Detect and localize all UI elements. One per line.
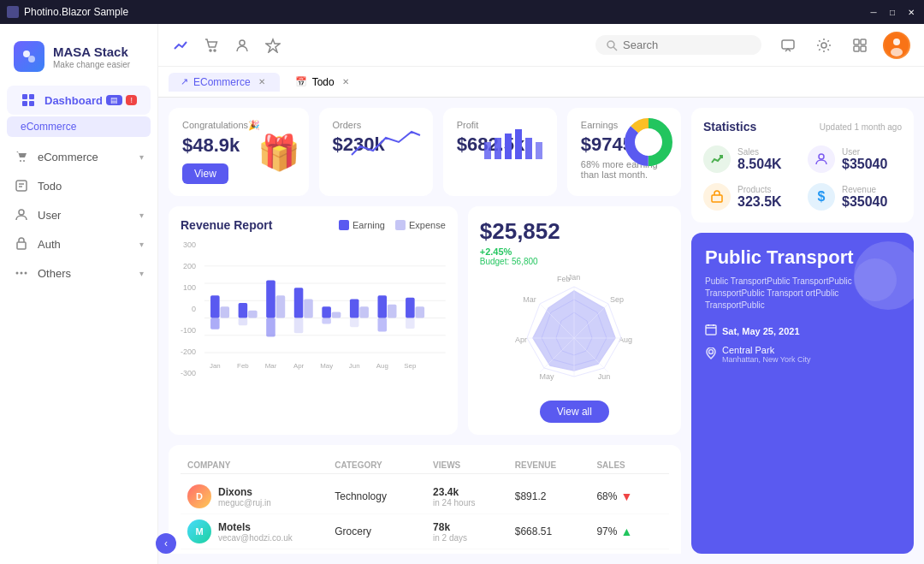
app-icon bbox=[7, 6, 19, 18]
stat-congrats-label: Congratulations🎉 bbox=[182, 120, 295, 131]
svg-rect-70 bbox=[406, 318, 415, 329]
svg-rect-67 bbox=[322, 318, 331, 324]
event-date-text: Sat, May 25, 2021 bbox=[722, 326, 800, 336]
col-revenue: Revenue bbox=[515, 460, 597, 470]
toolbar-user-icon[interactable] bbox=[234, 37, 251, 54]
svg-text:Jun: Jun bbox=[598, 372, 611, 381]
sidebar-auth-label: Auth bbox=[38, 238, 139, 251]
svg-point-16 bbox=[210, 50, 211, 51]
svg-rect-35 bbox=[525, 138, 532, 159]
ecommerce-arrow: ▾ bbox=[139, 152, 144, 162]
statistics-updated: Updated 1 month ago bbox=[820, 122, 902, 132]
sidebar-todo-label: Todo bbox=[38, 180, 144, 193]
svg-rect-33 bbox=[505, 134, 512, 159]
close-button[interactable]: ✕ bbox=[905, 6, 917, 18]
brand-tagline: Make change easier bbox=[53, 60, 130, 69]
svg-rect-24 bbox=[854, 39, 859, 45]
tabs-bar: ↗ ECommerce ✕ 📅 Todo ✕ bbox=[158, 67, 924, 98]
svg-rect-51 bbox=[266, 281, 275, 318]
svg-text:Sep: Sep bbox=[610, 295, 624, 304]
transport-description: Public TransportPublic TransportPublic T… bbox=[705, 276, 900, 312]
sidebar-item-auth[interactable]: Auth ▾ bbox=[0, 229, 157, 258]
legend-expense-label: Expense bbox=[409, 220, 446, 230]
svg-rect-49 bbox=[239, 303, 248, 318]
tab-todo-label: Todo bbox=[312, 76, 335, 88]
legend-earning-dot bbox=[339, 220, 349, 230]
svg-text:Feb: Feb bbox=[557, 275, 571, 283]
search-input[interactable] bbox=[623, 39, 751, 51]
tab-ecommerce[interactable]: ↗ ECommerce ✕ bbox=[169, 73, 280, 92]
svg-point-14 bbox=[21, 272, 23, 275]
svg-rect-48 bbox=[221, 306, 230, 318]
svg-point-30 bbox=[891, 48, 903, 56]
svg-text:Jun: Jun bbox=[349, 362, 360, 370]
toolbar-cart-icon[interactable] bbox=[203, 37, 220, 54]
chat-button[interactable] bbox=[775, 33, 801, 58]
tab-ecommerce-close[interactable]: ✕ bbox=[256, 76, 268, 88]
sidebar: MASA Stack Make change easier Dashboard … bbox=[0, 24, 158, 564]
sidebar-item-user[interactable]: User ▾ bbox=[0, 200, 157, 229]
svg-rect-62 bbox=[416, 306, 425, 318]
svg-rect-27 bbox=[861, 46, 866, 51]
dashboard-badge: ▤ ! bbox=[106, 95, 137, 105]
svg-text:Mar: Mar bbox=[524, 295, 537, 304]
svg-point-18 bbox=[240, 40, 245, 45]
toolbar bbox=[158, 24, 924, 67]
user-avatar[interactable] bbox=[883, 32, 910, 59]
table-row: M Motels vecav@hodzi.co.uk Grocery 78k i… bbox=[181, 514, 669, 549]
views-motels: 78k in 2 days bbox=[433, 521, 515, 543]
location-icon bbox=[705, 347, 717, 362]
svg-rect-55 bbox=[322, 306, 331, 318]
sidebar-toggle-button[interactable]: ‹ bbox=[156, 533, 176, 554]
grid-button[interactable] bbox=[847, 33, 873, 58]
svg-rect-56 bbox=[332, 312, 341, 318]
svg-rect-66 bbox=[294, 318, 304, 334]
sidebar-item-ecommerce[interactable]: eCommerce ▾ bbox=[0, 142, 157, 171]
view-all-button[interactable]: View all bbox=[540, 401, 609, 423]
sales-motels: 97% ▲ bbox=[596, 525, 662, 538]
svg-rect-5 bbox=[29, 101, 34, 106]
toolbar-star-icon[interactable] bbox=[264, 37, 281, 54]
company-email-motels: vecav@hodzi.co.uk bbox=[218, 533, 293, 543]
views-dixons: 23.4k in 24 hours bbox=[433, 486, 515, 508]
maximize-button[interactable]: □ bbox=[886, 6, 898, 18]
svg-text:Feb: Feb bbox=[237, 362, 249, 370]
sidebar-item-dashboard[interactable]: Dashboard ▤ ! bbox=[7, 86, 151, 115]
stat-sales-value: 8.504K bbox=[737, 157, 782, 172]
tab-todo-close[interactable]: ✕ bbox=[340, 76, 352, 88]
svg-rect-53 bbox=[294, 288, 304, 318]
svg-rect-69 bbox=[378, 318, 388, 332]
sidebar-item-todo[interactable]: Todo bbox=[0, 171, 157, 200]
titlebar-controls: ─ □ ✕ bbox=[868, 6, 917, 18]
settings-button[interactable] bbox=[811, 33, 837, 58]
sidebar-item-others[interactable]: Others ▾ bbox=[0, 258, 157, 288]
stat-view-button[interactable]: View bbox=[182, 163, 228, 184]
svg-point-23 bbox=[821, 43, 826, 48]
products-stat-icon bbox=[703, 183, 731, 211]
svg-rect-12 bbox=[17, 242, 26, 249]
stat-products-label: Products bbox=[737, 185, 782, 194]
svg-text:Apr: Apr bbox=[293, 362, 305, 370]
svg-rect-58 bbox=[359, 306, 369, 318]
svg-rect-8 bbox=[16, 181, 27, 191]
search-box[interactable] bbox=[595, 35, 761, 55]
tab-todo[interactable]: 📅 Todo ✕ bbox=[283, 73, 364, 92]
user-stat-icon bbox=[808, 145, 835, 173]
sidebar-subitem-ecommerce[interactable]: eCommerce bbox=[7, 116, 151, 137]
legend-earning: Earning bbox=[339, 220, 385, 230]
transport-card: Public Transport Public TransportPublic … bbox=[691, 233, 914, 554]
budget-value: $25,852 bbox=[480, 218, 560, 245]
svg-point-95 bbox=[819, 154, 824, 159]
stat-card-congratulations: Congratulations🎉 $48.9k View 🎁 bbox=[169, 108, 309, 196]
minimize-button[interactable]: ─ bbox=[868, 6, 880, 18]
revenue-bar-chart: Jan Feb Mar Apr May Jun Aug Sep bbox=[204, 240, 446, 377]
trend-dixons: ▼ bbox=[620, 490, 632, 503]
budget-label: Budget: 56,800 bbox=[480, 257, 560, 266]
budget-change: +2.45% bbox=[480, 246, 512, 257]
orders-chart bbox=[347, 125, 424, 159]
svg-rect-60 bbox=[388, 305, 397, 318]
svg-rect-31 bbox=[484, 142, 491, 159]
toolbar-trend-icon[interactable] bbox=[172, 37, 189, 54]
sales-dixons: 68% ▼ bbox=[596, 490, 662, 503]
company-avatar-motels: M bbox=[187, 519, 211, 543]
